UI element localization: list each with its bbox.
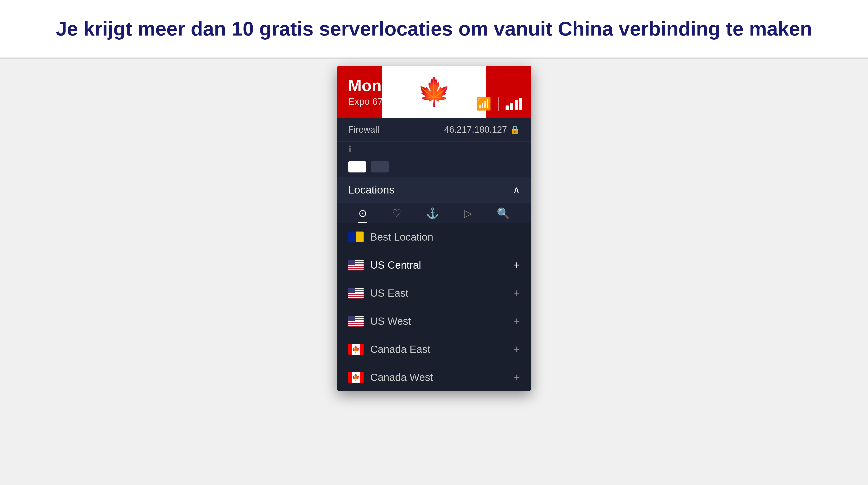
tab-bar: ⊙ ♡ ⚓ ▷ 🔍	[337, 203, 531, 223]
list-item[interactable]: US Central +	[337, 251, 531, 279]
firewall-ip-container: 46.217.180.127 🔒	[444, 124, 520, 135]
toggle-white[interactable]	[348, 161, 366, 172]
location-name: Best Location	[370, 231, 520, 243]
location-name: US Central	[370, 259, 507, 271]
ca-flag-center: 🍁	[352, 344, 360, 354]
list-item[interactable]: Best Location	[337, 223, 531, 251]
info-icon: ℹ	[348, 144, 351, 154]
signal-bar-1	[505, 106, 509, 110]
ca-flag-right	[360, 372, 364, 383]
chevron-up-icon[interactable]: ∧	[513, 184, 520, 196]
ca-flag-right	[360, 344, 364, 354]
location-name: US West	[370, 315, 507, 327]
expand-button[interactable]: +	[514, 259, 520, 271]
expand-button[interactable]: +	[514, 287, 520, 299]
us-canton	[348, 260, 355, 265]
location-list: Best Location	[337, 223, 531, 391]
firewall-row: Firewall 46.217.180.127 🔒	[337, 118, 531, 142]
montreal-header: 🍁 Montreal Expo 67 📶	[337, 66, 531, 118]
anchor-icon: ⚓	[426, 207, 439, 219]
locations-header[interactable]: Locations ∧	[337, 177, 531, 203]
phone-container: 🍁 Montreal Expo 67 📶 Firewall 46.217.180…	[337, 66, 531, 391]
search-icon: 🔍	[497, 207, 509, 219]
toggle-dark[interactable]	[371, 161, 389, 172]
list-item[interactable]: US East +	[337, 279, 531, 307]
tab-streaming[interactable]: ▷	[464, 207, 472, 223]
banner-text: Je krijgt meer dan 10 gratis serverlocat…	[56, 16, 812, 41]
signal-bar-3	[515, 100, 518, 110]
lock-icon: 🔒	[510, 125, 520, 135]
canada-east-flag: 🍁	[348, 344, 364, 354]
expand-button[interactable]: +	[514, 315, 520, 327]
location-name: Canada East	[370, 343, 507, 355]
location-name: Canada West	[370, 371, 507, 383]
us-east-flag	[348, 288, 364, 298]
tab-active-indicator	[358, 222, 367, 223]
tab-compass[interactable]: ⊙	[359, 207, 367, 223]
top-banner: Je krijgt meer dan 10 gratis serverlocat…	[0, 0, 868, 59]
us-central-flag	[348, 260, 364, 270]
expand-button[interactable]: +	[514, 371, 520, 383]
icon-divider	[498, 97, 499, 111]
firewall-label: Firewall	[348, 124, 379, 135]
flag-yellow-half	[356, 231, 364, 242]
firewall-ip-text: 46.217.180.127	[444, 124, 507, 135]
location-name: US East	[370, 287, 507, 299]
ca-maple-icon: 🍁	[352, 373, 360, 381]
us-west-flag	[348, 316, 364, 326]
list-item[interactable]: 🍁 Canada West +	[337, 363, 531, 391]
tab-anchor[interactable]: ⚓	[426, 207, 439, 223]
header-icons: 📶	[476, 97, 522, 111]
screen-icon: ▷	[464, 207, 472, 219]
info-row[interactable]: ℹ	[337, 142, 531, 159]
compass-icon: ⊙	[359, 207, 367, 219]
ca-flag-left	[348, 372, 352, 383]
wifi-icon: 📶	[476, 97, 491, 111]
us-canton	[348, 316, 355, 322]
tab-favorites[interactable]: ♡	[392, 207, 401, 223]
expand-button[interactable]: +	[514, 343, 520, 355]
ca-flag-left	[348, 344, 352, 354]
us-canton	[348, 288, 355, 293]
tab-search[interactable]: 🔍	[497, 207, 509, 223]
flag-blue-half	[348, 231, 356, 242]
ca-maple-icon: 🍁	[352, 345, 360, 353]
heart-icon: ♡	[392, 207, 401, 219]
best-location-flag	[348, 231, 364, 242]
canada-west-flag: 🍁	[348, 372, 364, 383]
list-item[interactable]: 🍁 Canada East +	[337, 335, 531, 363]
list-item[interactable]: US West +	[337, 307, 531, 335]
signal-bars	[505, 98, 522, 110]
locations-title: Locations	[348, 183, 395, 196]
city-name: Montreal	[348, 76, 520, 95]
ca-flag-center: 🍁	[352, 372, 360, 383]
toggle-row[interactable]	[337, 159, 531, 177]
signal-bar-4	[519, 98, 522, 110]
signal-bar-2	[510, 103, 513, 110]
